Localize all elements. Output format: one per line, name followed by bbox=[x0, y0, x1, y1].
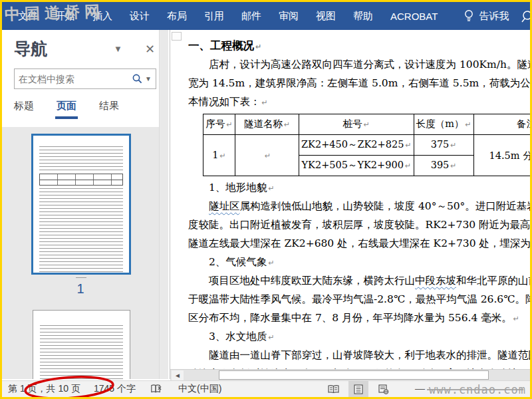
grammar-squiggle: 隧址区 bbox=[209, 200, 240, 212]
read-mode-button[interactable] bbox=[323, 381, 343, 397]
col-remarks: 备注↵ bbox=[473, 114, 532, 135]
search-icon[interactable] bbox=[132, 73, 143, 84]
doc-line: 隧道左线最大埋深在 ZK2+680 处，右线最大埋深在 K2+730 处，埋深为… bbox=[188, 234, 532, 253]
thumbnail-text-lines bbox=[39, 146, 123, 172]
tell-me[interactable]: 告诉我 bbox=[464, 9, 509, 23]
doc-line: 店村，设计为高速公路双向四车道分离式，设计速度为 100Km/h。隧道建筑界限净 bbox=[188, 55, 532, 74]
ribbon-tab-layout[interactable]: 布局 bbox=[160, 10, 194, 23]
ribbon-tab-file[interactable]: 文件 bbox=[11, 10, 45, 23]
nav-tab-headings[interactable]: 标题 bbox=[14, 100, 34, 118]
ribbon-tab-acrobat[interactable]: ACROBAT bbox=[384, 11, 444, 22]
document-text: 一、工程概况↵ 店村，设计为高速公路双向四车道分离式，设计速度为 100Km/h… bbox=[170, 37, 532, 369]
table-row: 1↵ ↵ ZK2+450～ZK2+825↵ 375↵ 14.5m 分离式隧道 bbox=[203, 135, 532, 156]
nav-tab-results[interactable]: 结果 bbox=[99, 100, 119, 118]
ribbon-search-icon[interactable] bbox=[521, 9, 530, 24]
nav-options-chevron-down-icon[interactable]: ▼ bbox=[114, 44, 122, 54]
document-page[interactable]: 一、工程概况↵ 店村，设计为高速公路双向四车道分离式，设计速度为 100Km/h… bbox=[170, 30, 532, 369]
doc-line: 于暖温带大陆性季风气候。最冷平均气温-2.8℃，最热平均气温 26.6℃。降水集… bbox=[188, 290, 532, 309]
read-mode-icon bbox=[328, 385, 339, 394]
zoom-slider[interactable] bbox=[427, 389, 523, 390]
thumbnail-page-footer bbox=[76, 277, 86, 280]
doc-heading: 一、工程概况↵ bbox=[188, 37, 532, 55]
cell-serial: 1↵ bbox=[203, 135, 235, 176]
ribbon-tab-view[interactable]: 视图 bbox=[309, 10, 342, 23]
tunnel-info-table: 序号↵ 隧道名称↵ 桩号↵ 长度（m）↵ 备注↵ 1↵ ↵ ZK2+450～ZK… bbox=[203, 114, 532, 176]
doc-line: 项目区地处中纬度欧亚大陆东缘，横跨太行山中段东坡和华北平原的山前地区， bbox=[188, 271, 532, 290]
horizontal-scrollbar-thumb[interactable] bbox=[219, 370, 489, 380]
search-input[interactable] bbox=[15, 74, 132, 84]
print-layout-icon bbox=[354, 384, 363, 394]
cell-length-right: 395↵ bbox=[414, 156, 473, 176]
doc-line: 度较陡。出口附近植被发育，坡积层厚，坡度较陡。RK2+730 附近为最高峰，高程… bbox=[188, 215, 532, 234]
page-thumbnail-1-selected[interactable] bbox=[31, 134, 131, 275]
paragraph-mark: ↵ bbox=[255, 43, 261, 51]
search-options-chevron-down-icon[interactable]: ▼ bbox=[145, 75, 152, 82]
web-layout-icon bbox=[378, 384, 389, 394]
document-search-box: ▼ bbox=[14, 68, 156, 89]
nav-close-icon[interactable]: ✕ bbox=[145, 42, 155, 57]
ribbon-tab-review[interactable]: 审阅 bbox=[272, 10, 305, 23]
ribbon-tab-home[interactable]: 开始 bbox=[49, 10, 82, 23]
app-window: 文件 开始 插入 设计 布局 引用 邮件 审阅 视图 帮助 ACROBAT 告诉… bbox=[0, 0, 532, 399]
ribbon-tab-help[interactable]: 帮助 bbox=[346, 10, 380, 23]
cell-pile-right: YK2+505～YK2+900↵ bbox=[299, 156, 414, 176]
lightbulb-icon bbox=[464, 9, 474, 23]
tell-me-label: 告诉我 bbox=[479, 10, 509, 23]
ribbon-tab-design[interactable]: 设计 bbox=[123, 10, 156, 23]
language-indicator[interactable]: 中文(中国) bbox=[178, 383, 221, 395]
page-number-label: 1 bbox=[2, 281, 159, 297]
nav-scrollbar[interactable] bbox=[159, 30, 168, 379]
doc-line: 隧址区属构造剥蚀低山地貌，山势较陡，坡度 40°～50°。进口附近基岩裸露，坡 bbox=[188, 197, 532, 215]
paragraph-mark: ↵ bbox=[262, 98, 268, 107]
print-layout-button[interactable] bbox=[348, 381, 368, 397]
ribbon: 文件 开始 插入 设计 布局 引用 邮件 审阅 视图 帮助 ACROBAT 告诉… bbox=[2, 2, 530, 30]
zoom-out-button[interactable]: — bbox=[415, 382, 425, 394]
status-bar: 第 1 页，共 10 页 1745 个字 中文(中国) bbox=[2, 380, 530, 397]
paragraph-mark: ↵ bbox=[268, 333, 274, 342]
cell-tunnel-name: ↵ bbox=[235, 135, 299, 176]
grammar-squiggle: 中段东坡 bbox=[415, 275, 456, 287]
ribbon-tab-insert[interactable]: 插入 bbox=[86, 10, 119, 23]
page-thumbnails-panel: 1 bbox=[2, 127, 159, 379]
ribbon-tab-mailings[interactable]: 邮件 bbox=[235, 10, 268, 23]
cell-length-left: 375↵ bbox=[414, 135, 473, 156]
thumbnail-text-lines bbox=[39, 188, 123, 272]
web-layout-button[interactable] bbox=[374, 381, 394, 397]
doc-line: 区分布不均，降水量集中在 7、8 月份，年平均降水量为 556.4 毫米。↵ bbox=[188, 309, 532, 327]
word-count[interactable]: 1745 个字 bbox=[94, 383, 136, 395]
cell-pile-left: ZK2+450～ZK2+825↵ bbox=[299, 135, 414, 156]
doc-subheading: 3、水文地质↵ bbox=[188, 327, 532, 346]
thumbnail-text-lines bbox=[40, 325, 123, 379]
col-tunnel-name: 隧道名称↵ bbox=[235, 114, 299, 135]
scroll-left-arrow-icon[interactable]: ◄ bbox=[172, 370, 184, 380]
proofing-errors-icon[interactable] bbox=[150, 384, 162, 394]
navigation-pane-title: 导航 bbox=[14, 38, 47, 60]
thumbnail-table bbox=[39, 174, 123, 186]
paragraph-mark: ↵ bbox=[513, 315, 519, 323]
page-thumbnail-2[interactable] bbox=[33, 310, 130, 379]
doc-subheading: 2、气候气象↵ bbox=[188, 253, 532, 271]
col-length: 长度（m）↵ bbox=[414, 114, 473, 135]
table-header-row: 序号↵ 隧道名称↵ 桩号↵ 长度（m）↵ 备注↵ bbox=[203, 114, 532, 135]
col-serial: 序号↵ bbox=[203, 114, 235, 135]
doc-subheading: 1、地形地貌↵ bbox=[188, 178, 532, 197]
nav-tab-pages[interactable]: 页面 bbox=[57, 100, 76, 118]
nav-tabs: 标题 页面 结果 bbox=[14, 100, 142, 118]
navigation-pane: 导航 ▼ ✕ ▼ 标题 页面 结果 1 bbox=[2, 30, 168, 379]
doc-line: 隧道由一道山脊下部穿过，山脊坡降较大，利于地表水的排泄。隧道范围内的雨 bbox=[188, 346, 532, 364]
horizontal-scrollbar[interactable]: ◄ bbox=[170, 369, 532, 380]
doc-line: 本情况如下表：↵ bbox=[188, 92, 532, 111]
doc-line: 宽为 14.5m，建筑界限净高：左侧车道 5.0m，右侧车道 5.5m，荷载为公… bbox=[188, 74, 532, 92]
cell-note: 14.5m 分离式隧道 bbox=[473, 135, 532, 176]
doc-line: 冲沟内会有暂时性流水，由于下部为强风化基岩，裂隙发育，地表为残坡积碎石及全 bbox=[188, 364, 532, 369]
col-stake-number: 桩号↵ bbox=[299, 114, 414, 135]
page-indicator[interactable]: 第 1 页，共 10 页 bbox=[8, 383, 80, 395]
paragraph-mark: ↵ bbox=[268, 184, 274, 193]
ribbon-tab-references[interactable]: 引用 bbox=[198, 10, 231, 23]
paragraph-mark: ↵ bbox=[268, 259, 274, 267]
